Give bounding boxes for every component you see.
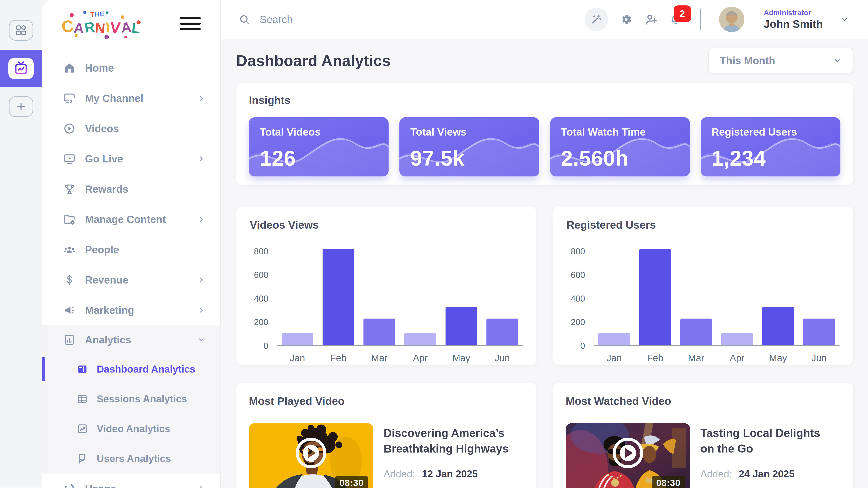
bar-slot (318, 242, 359, 345)
settings-button[interactable] (620, 13, 632, 26)
apps-grid-button[interactable] (9, 20, 33, 41)
plus-icon (15, 100, 27, 113)
sidebar-item-videos[interactable]: Videos (42, 113, 220, 144)
x-axis-label: Mar (359, 353, 400, 363)
play-button[interactable] (294, 436, 328, 470)
bar-slot (441, 242, 482, 345)
sidebar-item-marketing[interactable]: Marketing (42, 295, 220, 325)
sidebar-menu: Home My Channel (42, 53, 220, 488)
x-axis-label: Apr (400, 353, 441, 363)
notification-badge: 2 (674, 5, 691, 22)
user-menu[interactable]: Administrator John Smith (764, 8, 823, 30)
video-thumbnail[interactable]: 08:30 (249, 423, 373, 488)
bar-slot (758, 242, 799, 345)
avatar[interactable] (719, 7, 744, 32)
search-input[interactable] (260, 13, 463, 26)
chevron-down-icon[interactable] (840, 15, 848, 24)
magic-wand-button[interactable] (585, 8, 608, 31)
trophy-icon (63, 183, 76, 196)
bar-jun (487, 319, 518, 345)
sidebar-item-usage[interactable]: Usage (42, 474, 220, 488)
gear-icon (620, 13, 632, 26)
sidebar-item-revenue[interactable]: Revenue (42, 265, 220, 295)
chevron-right-icon (197, 306, 205, 314)
play-button[interactable] (611, 436, 645, 470)
video-thumbnail[interactable]: 08:30 (566, 423, 690, 488)
hamburger-menu-icon[interactable] (180, 17, 201, 30)
x-axis-label: Jun (799, 353, 839, 363)
logo-dot (104, 35, 109, 39)
dashboard-layout-icon (76, 363, 88, 375)
chevron-right-icon (197, 276, 205, 284)
donut-icon (63, 482, 76, 488)
video-duration-badge: 08:30 (652, 476, 685, 488)
insights-title: Insights (249, 94, 840, 106)
folder-gear-icon (63, 213, 76, 226)
y-axis-tick: 0 (264, 341, 268, 351)
sidebar-item-users-analytics[interactable]: Users Analytics (42, 444, 220, 474)
sidebar: THE CARNIVAL Home M (42, 0, 221, 488)
play-circle-icon (63, 122, 76, 135)
x-axis-label: Jun (482, 353, 523, 363)
bar-slot (676, 242, 717, 345)
megaphone-icon (63, 304, 76, 317)
bar-slot (482, 242, 523, 345)
bar-slot (400, 242, 441, 345)
bar-feb (639, 249, 671, 345)
add-channel-button[interactable] (9, 96, 33, 117)
y-axis-tick: 600 (571, 270, 585, 280)
chevron-right-icon (197, 94, 205, 102)
stat-value: 1,234 (712, 146, 766, 170)
chart-title: Registered Users (567, 219, 840, 231)
stat-card-total-views[interactable]: Total Views 97.5k (399, 117, 539, 176)
sidebar-item-home[interactable]: Home (42, 53, 220, 83)
sidebar-item-go-live[interactable]: Go Live (42, 144, 220, 174)
bar-mar (680, 319, 712, 345)
sidebar-item-video-analytics[interactable]: Video Analytics (42, 414, 220, 444)
added-label: Added: (701, 468, 732, 480)
people-icon (63, 243, 76, 256)
y-axis-tick: 0 (580, 341, 585, 351)
brand-letter: V (109, 18, 122, 37)
stat-label: Total Watch Time (561, 126, 679, 138)
sidebar-item-manage-content[interactable]: Manage Content (42, 204, 220, 234)
sidebar-item-my-channel[interactable]: My Channel (42, 83, 220, 113)
bar-jan (282, 333, 313, 345)
y-axis-tick: 400 (254, 294, 268, 303)
y-axis-tick: 600 (254, 270, 268, 280)
stat-value: 2.560h (561, 146, 629, 170)
stat-card-registered-users[interactable]: Registered Users 1,234 (701, 117, 840, 176)
y-axis-tick: 200 (254, 318, 268, 327)
insights-panel: Insights Total Videos 126 Total Views (236, 83, 853, 185)
video-title[interactable]: Tasting Local Delights on the Go (701, 425, 836, 457)
add-user-button[interactable] (644, 13, 658, 26)
sidebar-item-rewards[interactable]: Rewards (42, 174, 220, 204)
x-axis-label: May (441, 353, 482, 363)
period-filter-dropdown[interactable]: This Month (708, 48, 853, 73)
topbar-divider (700, 8, 701, 30)
period-filter-value: This Month (720, 55, 775, 67)
x-axis-label: Jan (277, 353, 318, 363)
chart-title: Videos Views (250, 219, 523, 231)
chevron-right-icon (197, 485, 205, 488)
video-section-title: Most Played Video (249, 395, 524, 408)
table-icon (76, 393, 88, 405)
x-axis-label: Jan (594, 353, 635, 363)
brand-letter: R (84, 19, 96, 36)
stat-card-total-watch-time[interactable]: Total Watch Time 2.560h (550, 117, 690, 176)
bar-mar (364, 319, 395, 345)
sidebar-item-analytics[interactable]: Analytics (42, 325, 220, 354)
stat-value: 126 (260, 146, 296, 170)
video-title[interactable]: Discovering America’s Breathtaking Highw… (383, 425, 524, 457)
notifications-button[interactable]: 2 (670, 13, 682, 26)
logo-dot (106, 11, 108, 14)
chart-up-icon (76, 423, 88, 435)
carnival-app-tile[interactable] (0, 50, 42, 87)
sidebar-item-people[interactable]: People (42, 234, 220, 265)
user-role: Administrator (764, 8, 823, 17)
stat-card-total-videos[interactable]: Total Videos 126 (249, 117, 389, 176)
sidebar-item-sessions-analytics[interactable]: Sessions Analytics (42, 384, 220, 414)
sidebar-item-dashboard-analytics[interactable]: Dashboard Analytics (42, 354, 220, 384)
registered-users-chart: Registered Users 0200400600800 JanFebMar… (553, 206, 853, 365)
brand-logo[interactable]: THE CARNIVAL (61, 10, 143, 40)
